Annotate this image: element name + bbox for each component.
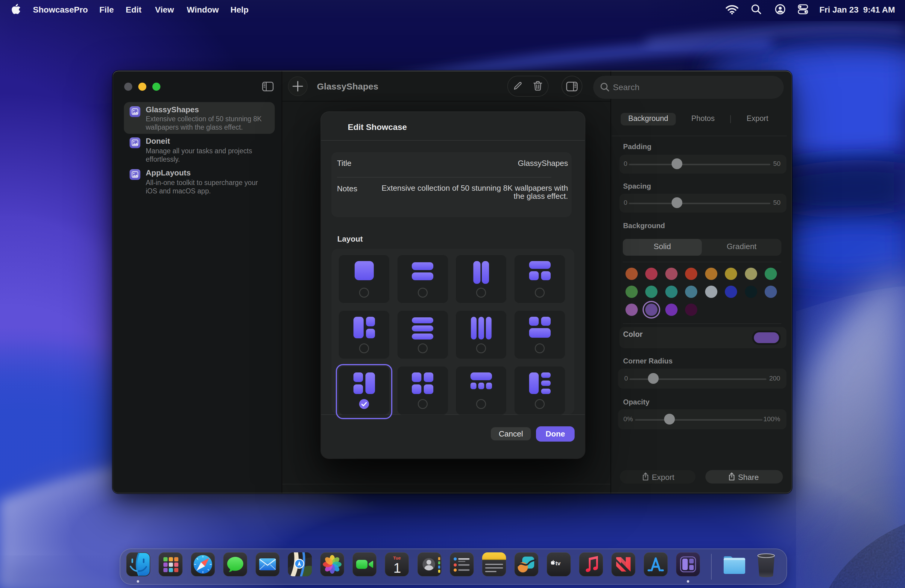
svg-text:tv: tv [556,560,560,566]
